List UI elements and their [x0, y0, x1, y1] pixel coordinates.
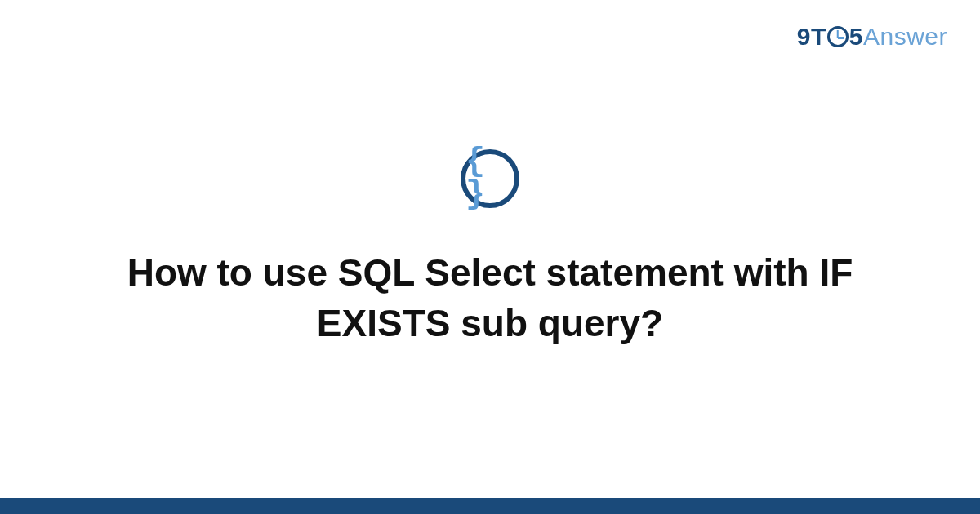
footer-bar: [0, 498, 980, 514]
code-braces-icon: { }: [461, 149, 519, 208]
braces-glyph: { }: [466, 146, 514, 211]
main-content: { } How to use SQL Select statement with…: [0, 0, 980, 498]
question-title: How to use SQL Select statement with IF …: [90, 247, 890, 348]
